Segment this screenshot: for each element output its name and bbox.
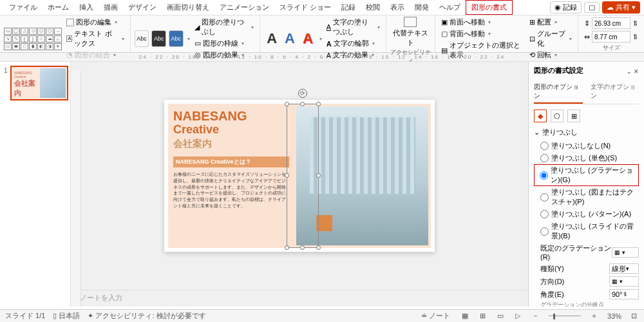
fill-section-header[interactable]: ⌄ 塗りつぶし bbox=[534, 128, 639, 137]
resize-handle-e[interactable] bbox=[316, 173, 321, 178]
fill-slidebg-radio[interactable]: 塗りつぶし (スライドの背景)(B) bbox=[534, 220, 639, 242]
wordart-gallery-more[interactable]: ▾ bbox=[319, 36, 322, 42]
tab-developer[interactable]: 開発 bbox=[410, 1, 434, 14]
edit-shape-menu[interactable]: 図形の編集▾ bbox=[64, 17, 126, 28]
share-button[interactable]: ☁ 共有 ▾ bbox=[602, 1, 640, 14]
tab-animations[interactable]: アニメーション bbox=[214, 1, 274, 14]
style-preset-3[interactable]: Abc bbox=[169, 30, 184, 47]
slide[interactable]: NABESANG Creative 会社案内 NABESANG Creative… bbox=[164, 100, 435, 252]
resize-handle-sw[interactable] bbox=[285, 245, 289, 250]
view-reading-icon[interactable]: ▭ bbox=[495, 312, 506, 320]
present-button[interactable]: ▢ bbox=[584, 2, 600, 13]
fill-pattern-radio[interactable]: 塗りつぶし (パターン)(A) bbox=[534, 208, 639, 220]
tab-slideshow[interactable]: スライド ショー bbox=[274, 1, 336, 14]
resize-handle-se[interactable] bbox=[316, 245, 321, 250]
view-normal-icon[interactable]: ▦ bbox=[460, 312, 470, 320]
pane-tab-shape-options[interactable]: 図形のオプション bbox=[534, 80, 583, 104]
resize-handle-nw[interactable] bbox=[285, 102, 289, 106]
tab-shape-format[interactable]: 図形の書式 bbox=[466, 0, 513, 15]
tab-transitions[interactable]: 画面切り替え bbox=[162, 1, 214, 14]
zoom-out-button[interactable]: － bbox=[530, 311, 541, 321]
rotate-handle-icon[interactable]: ⟳ bbox=[298, 89, 307, 98]
shape-outline-menu[interactable]: ▭ 図形の枠線▾ bbox=[193, 38, 256, 49]
slide-band: NABESANG Creativeとは？ bbox=[173, 156, 289, 167]
ribbon-group-accessibility: 代替テキスト アクセシビリティ bbox=[386, 15, 435, 52]
zoom-in-button[interactable]: ＋ bbox=[589, 311, 600, 321]
resize-handle-ne[interactable] bbox=[316, 102, 321, 106]
slide-thumbnail-1[interactable]: NABESANGCreative会社案内 bbox=[10, 66, 68, 100]
status-accessibility[interactable]: ✦ アクセシビリティ: 検討が必要です bbox=[88, 311, 205, 321]
bring-forward-menu[interactable]: ▣ 前面へ移動▾ bbox=[439, 17, 525, 28]
tab-file[interactable]: ファイル bbox=[4, 1, 43, 14]
gradient-type-select[interactable]: 線形 ▾ bbox=[609, 263, 639, 274]
view-slideshow-icon[interactable]: ▷ bbox=[513, 312, 522, 320]
text-outline-menu[interactable]: A 文字の輪郭▾ bbox=[325, 38, 382, 49]
slide-thumbnails-pane[interactable]: NABESANGCreative会社案内 bbox=[0, 62, 71, 307]
group-label: グループ化 bbox=[537, 29, 566, 48]
status-slide-count: スライド 1/1 bbox=[5, 311, 45, 321]
tab-help[interactable]: ヘルプ bbox=[434, 1, 466, 14]
fill-solid-radio[interactable]: 塗りつぶし (単色)(S) bbox=[534, 152, 639, 164]
pane-icon-size[interactable]: ⊞ bbox=[567, 109, 580, 122]
tab-review[interactable]: 校閲 bbox=[361, 1, 385, 14]
pane-close-icon[interactable]: ✕ bbox=[634, 68, 639, 75]
tab-record[interactable]: 記録 bbox=[336, 1, 361, 14]
style-preset-1[interactable]: Abc bbox=[135, 30, 149, 47]
view-sorter-icon[interactable]: ⊞ bbox=[478, 312, 488, 320]
group-menu[interactable]: ⊡ グループ化▾ bbox=[527, 28, 574, 49]
slide-body-text: お客様のニーズに応じたカスタマイズソリューションを提供し、最新の技術とクリエイテ… bbox=[173, 171, 289, 209]
zoom-level[interactable]: 33% bbox=[607, 312, 621, 320]
shape-fill-menu[interactable]: ◢ 図形の塗りつぶし▾ bbox=[193, 17, 256, 37]
gradient-angle-field[interactable]: 90° ⥮ bbox=[609, 289, 639, 299]
wordart-preset-3[interactable]: A bbox=[300, 30, 316, 47]
slide-title-2: Creative bbox=[173, 123, 289, 137]
width-field[interactable]: ⇔ 8.77 cm ⥮ bbox=[582, 30, 640, 43]
merge-shapes-menu[interactable]: ◔図形の結合▾ bbox=[64, 50, 126, 61]
notes-pane[interactable]: ノートを入力 bbox=[71, 290, 528, 307]
tab-insert[interactable]: 挿入 bbox=[74, 1, 99, 14]
resize-handle-n[interactable] bbox=[300, 102, 305, 106]
alt-text-label: 代替テキスト bbox=[393, 29, 428, 46]
record-button[interactable]: ◉ 記録 bbox=[550, 1, 582, 14]
fill-none-label: 塗りつぶしなし(N) bbox=[551, 141, 611, 151]
style-gallery-more[interactable]: ▾ bbox=[187, 36, 190, 42]
fit-to-window-button[interactable]: ⊡ bbox=[629, 312, 639, 320]
alt-text-button[interactable]: 代替テキスト bbox=[390, 17, 431, 48]
tab-home[interactable]: ホーム bbox=[43, 1, 74, 14]
tab-design[interactable]: デザイン bbox=[123, 1, 162, 14]
status-language[interactable]: ▯ 日本語 bbox=[53, 311, 80, 321]
gradient-direction-picker[interactable]: ▦ ▾ bbox=[609, 276, 639, 287]
resize-handle-w[interactable] bbox=[285, 173, 289, 178]
shapes-gallery[interactable]: ▭◯△◇⬠⬡→ ↘∿{}☆☁☼ ⬭⬬⬯⬮◐◑▾ bbox=[4, 28, 62, 50]
slide-subtitle: 会社案内 bbox=[173, 138, 289, 150]
fill-gradient-radio[interactable]: 塗りつぶし (グラデーション)(G) bbox=[534, 164, 639, 186]
style-preset-2[interactable]: Abc bbox=[151, 30, 166, 47]
status-notes-toggle[interactable]: ≐ ノート bbox=[419, 311, 452, 321]
pane-icon-fill[interactable]: ◆ bbox=[534, 109, 547, 122]
height-field[interactable]: ⇕ 26.93 cm ⥮ bbox=[582, 17, 640, 30]
status-notes-label: ノート bbox=[429, 312, 450, 319]
preset-gradient-picker[interactable]: ▦ ▾ bbox=[612, 247, 639, 258]
resize-handle-s[interactable] bbox=[300, 245, 305, 250]
fill-none-radio[interactable]: 塗りつぶしなし(N) bbox=[534, 140, 639, 152]
pane-tab-text-options[interactable]: 文字のオプション bbox=[591, 80, 639, 104]
tab-draw[interactable]: 描画 bbox=[99, 1, 123, 14]
rotate-menu[interactable]: ⟲ 回転▾ bbox=[527, 50, 574, 61]
send-backward-menu[interactable]: ▢ 背面へ移動▾ bbox=[439, 28, 525, 39]
slide-stage[interactable]: NABESANG Creative 会社案内 NABESANG Creative… bbox=[71, 62, 528, 290]
textbox-menu[interactable]: Aテキスト ボックス▾ bbox=[64, 28, 126, 49]
text-fill-menu[interactable]: A 文字の塗りつぶし▾ bbox=[325, 17, 382, 37]
tab-view[interactable]: 表示 bbox=[385, 1, 410, 14]
bring-forward-label: 前面へ移動 bbox=[450, 17, 485, 27]
fill-picture-radio[interactable]: 塗りつぶし (図またはテクスチャ)(P) bbox=[534, 186, 639, 208]
ribbon: ▭◯△◇⬠⬡→ ↘∿{}☆☁☼ ⬭⬬⬯⬮◐◑▾ 図形の編集▾ Aテキスト ボック… bbox=[0, 15, 644, 53]
wordart-preset-1[interactable]: A bbox=[264, 30, 279, 47]
zoom-slider[interactable] bbox=[549, 316, 581, 316]
pane-options-icon[interactable]: ⌄ bbox=[627, 68, 632, 75]
align-menu[interactable]: ⊞ 配置▾ bbox=[527, 17, 574, 28]
wordart-preset-2[interactable]: A bbox=[282, 30, 298, 47]
pane-icon-effects[interactable]: ⬠ bbox=[551, 109, 564, 122]
selected-shape[interactable]: ⟳ bbox=[287, 104, 319, 248]
ribbon-group-arrange: ▣ 前面へ移動▾ ▢ 背面へ移動▾ ▤ オブジェクトの選択と表示 ⊞ 配置▾ ⊡… bbox=[435, 15, 578, 52]
format-shape-pane: 図形の書式設定 ⌄ ✕ 図形のオプション 文字のオプション ◆ ⬠ ⊞ ⌄ 塗り… bbox=[528, 62, 644, 307]
